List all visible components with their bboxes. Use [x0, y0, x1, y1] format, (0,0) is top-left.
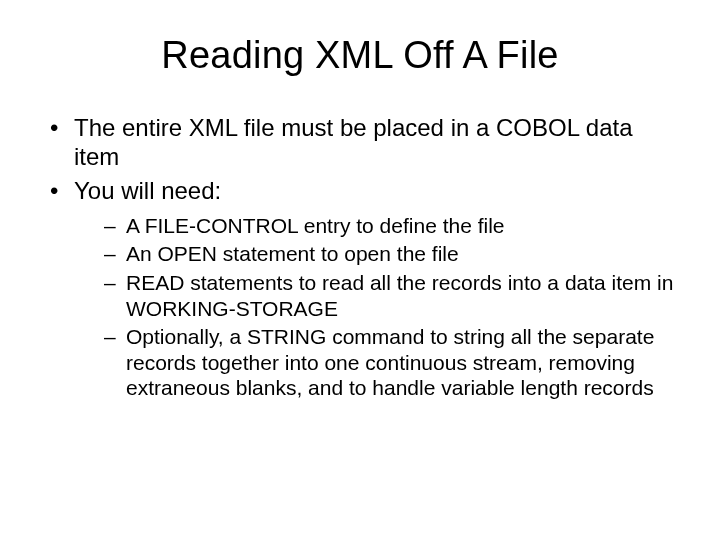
bullet-text: You will need:	[74, 177, 221, 204]
slide: Reading XML Off A File The entire XML fi…	[0, 0, 720, 540]
slide-title: Reading XML Off A File	[38, 34, 682, 77]
bullet-text: A FILE-CONTROL entry to define the file	[126, 214, 505, 237]
list-item: A FILE-CONTROL entry to define the file	[104, 213, 682, 239]
bullet-text: READ statements to read all the records …	[126, 271, 673, 320]
bullet-text: Optionally, a STRING command to string a…	[126, 325, 654, 399]
bullet-text: An OPEN statement to open the file	[126, 242, 459, 265]
list-item: You will need: A FILE-CONTROL entry to d…	[50, 176, 682, 402]
list-item: Optionally, a STRING command to string a…	[104, 324, 682, 401]
list-item: An OPEN statement to open the file	[104, 241, 682, 267]
bullet-text: The entire XML file must be placed in a …	[74, 114, 633, 170]
bullet-list-level2: A FILE-CONTROL entry to define the file …	[74, 213, 682, 401]
list-item: The entire XML file must be placed in a …	[50, 113, 682, 172]
list-item: READ statements to read all the records …	[104, 270, 682, 321]
bullet-list-level1: The entire XML file must be placed in a …	[38, 113, 682, 401]
